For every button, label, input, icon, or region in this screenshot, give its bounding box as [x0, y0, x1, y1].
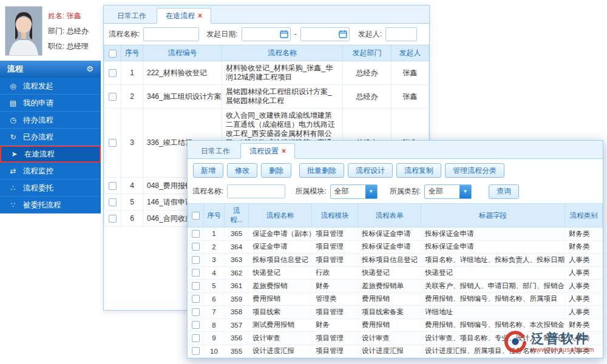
sidebar-item-label: 流程发起 [23, 78, 53, 95]
col-header-category[interactable]: 流程类别 [565, 204, 603, 228]
row-checkbox[interactable] [192, 230, 200, 238]
row-checkbox[interactable] [192, 308, 200, 316]
row-id: 357 [225, 318, 249, 332]
col-header-code[interactable]: 流程编号 [143, 46, 222, 61]
chevron-down-icon[interactable]: ▼ [365, 185, 377, 198]
start-date-to-input[interactable] [301, 28, 339, 41]
table-row[interactable]: 7 358 项目线索 项目管理 项目线索备案 详细地址 人事类 [188, 306, 603, 319]
row-checkbox[interactable] [192, 295, 200, 303]
toolbar-button[interactable]: 管理流程分类 [445, 163, 504, 178]
row-form: 投标项目信息登记 [358, 254, 421, 267]
select-all-checkbox[interactable] [192, 212, 200, 220]
row-title-field: 快递登记 [421, 266, 565, 280]
table-row[interactable]: 2 346_施工组织设计方案申请 晨铭园林绿化工程组织设计方案_晨铭园林绿化工程… [104, 85, 429, 109]
row-checkbox[interactable] [192, 334, 200, 342]
table-row[interactable]: 4 362 快递登记 行政 快递登记 快递登记 人事类 [188, 266, 603, 280]
row-module: 财务 [312, 318, 358, 332]
toolbar-button[interactable]: 流程复制 [396, 163, 441, 178]
table-row[interactable]: 3 363 投标项目信息登记 项目管理 投标项目信息登记 项目名称、详细地址、投… [188, 254, 603, 267]
tab[interactable]: 流程设置 × [240, 143, 295, 159]
row-id: 365 [225, 228, 249, 241]
sidebar-item-icon: ◎ [8, 78, 18, 95]
col-header-module[interactable]: 流程模块 [312, 204, 358, 228]
table-row[interactable]: 2 364 保证金申请 项目管理 投标保证金申请 投标保证金申请 财务类 [188, 240, 603, 254]
row-checkbox[interactable] [109, 215, 117, 223]
tab-label: 日常工作 [117, 8, 146, 24]
row-checkbox[interactable] [192, 269, 200, 277]
row-checkbox[interactable] [192, 243, 200, 251]
sidebar-item[interactable]: ▤ 我的申请 [0, 95, 101, 112]
gear-icon[interactable]: ⚙ [86, 61, 93, 78]
tab-close-icon[interactable]: × [198, 12, 202, 19]
tab[interactable]: 在途流程 × [157, 8, 211, 24]
row-checkbox[interactable] [192, 321, 200, 329]
col-header-title-field[interactable]: 标题字段 [421, 204, 565, 228]
sidebar-item-icon: ➤ [10, 147, 19, 161]
col-header-name[interactable]: 流程名称 [222, 46, 343, 61]
sidebar-item-label: 流程委托 [23, 180, 53, 197]
sidebar-item[interactable]: ◎ 流程发起 [0, 78, 101, 95]
row-module: 项目管理 [312, 254, 358, 267]
select-all-checkbox[interactable] [109, 50, 117, 58]
row-checkbox-cell [104, 178, 121, 194]
initiator-input[interactable] [385, 27, 417, 41]
row-name: 设计进度汇报 [249, 345, 312, 358]
tab-close-icon[interactable]: × [282, 147, 286, 155]
sidebar-item-icon: ∴ [8, 180, 18, 197]
sidebar-title: 流程 [7, 61, 23, 78]
row-name: 快递登记 [249, 266, 312, 280]
col-header-initiator[interactable]: 发起人 [392, 46, 429, 61]
toolbar-button[interactable]: 流程设计 [348, 163, 393, 178]
calendar-icon[interactable] [339, 30, 347, 38]
tab-label: 日常工作 [201, 143, 230, 159]
sidebar-item[interactable]: ➤ 在途流程 [0, 146, 101, 163]
table-row[interactable]: 1 365 保证金申请（副本） 项目管理 投标保证金申请 投标保证金申请 财务类 [188, 228, 603, 241]
table-row[interactable]: 1 222_材料验收登记 材料验收登记_材料采购_张鑫_华润12城房建工程项目 … [104, 61, 429, 85]
row-dept: 总经办 [343, 61, 392, 85]
sidebar-item[interactable]: ∴ 流程委托 [0, 180, 101, 197]
search-button[interactable]: 查询 [489, 184, 519, 199]
row-title-field: 项目名称、详细地址、投标负责人、投标日期 [421, 254, 565, 267]
toolbar-button[interactable]: 新增 [193, 163, 223, 178]
row-checkbox[interactable] [109, 139, 117, 147]
process-name-input[interactable] [143, 27, 199, 41]
row-form: 投标保证金申请 [358, 240, 421, 254]
row-checkbox[interactable] [109, 198, 117, 206]
tab[interactable]: 日常工作 [192, 143, 239, 159]
row-checkbox[interactable] [192, 256, 200, 264]
sidebar-item[interactable]: ⇄ 流程监控 [0, 163, 101, 180]
start-date-from-input[interactable] [242, 28, 280, 41]
row-checkbox[interactable] [109, 182, 117, 190]
chevron-down-icon[interactable]: ▼ [459, 185, 471, 198]
toolbar-button[interactable]: 删除 [261, 163, 291, 178]
toolbar-button[interactable]: 批量删除 [299, 163, 344, 178]
row-checkbox[interactable] [109, 69, 117, 77]
sidebar-item[interactable]: ◷ 待办流程 [0, 112, 101, 129]
col-header-id[interactable]: 流程... [225, 204, 249, 228]
table-row[interactable]: 5 361 差旅费报销 财务 差旅费报销单 关联客户、报销人、申请日期、部门、报… [188, 280, 603, 293]
col-header-name[interactable]: 流程名称 [249, 204, 312, 228]
row-checkbox[interactable] [192, 347, 200, 355]
table-row[interactable]: 6 359 费用报销 管理类 费用报销 费用报销、报销编号、报销名称、所属项目 … [188, 292, 603, 306]
row-checkbox[interactable] [192, 282, 200, 290]
col-header-num[interactable]: 序号 [204, 204, 225, 228]
row-module: 项目管理 [312, 228, 358, 241]
row-num: 3 [204, 254, 225, 267]
sidebar-item[interactable]: ↻ 已办流程 [0, 129, 101, 146]
process-name-input[interactable] [227, 184, 285, 198]
calendar-icon[interactable] [280, 30, 288, 38]
toolbar-button[interactable]: 修改 [227, 163, 257, 178]
row-num: 5 [121, 194, 143, 211]
row-module: 行政 [312, 266, 358, 280]
row-checkbox[interactable] [109, 93, 117, 101]
sidebar-item[interactable]: ∵ 被委托流程 [0, 197, 101, 214]
col-header-dept[interactable]: 发起部门 [343, 46, 392, 61]
sidebar-item-label: 流程监控 [23, 163, 53, 180]
col-header-num[interactable]: 序号 [121, 46, 143, 61]
tab[interactable]: 日常工作 [109, 8, 155, 24]
name-label: 姓名: [48, 12, 64, 20]
row-category: 人事类 [565, 266, 603, 280]
col-header-form[interactable]: 流程表单 [358, 204, 421, 228]
category-select[interactable]: 全部 ▼ [424, 184, 472, 199]
module-select[interactable]: 全部 ▼ [330, 184, 378, 199]
